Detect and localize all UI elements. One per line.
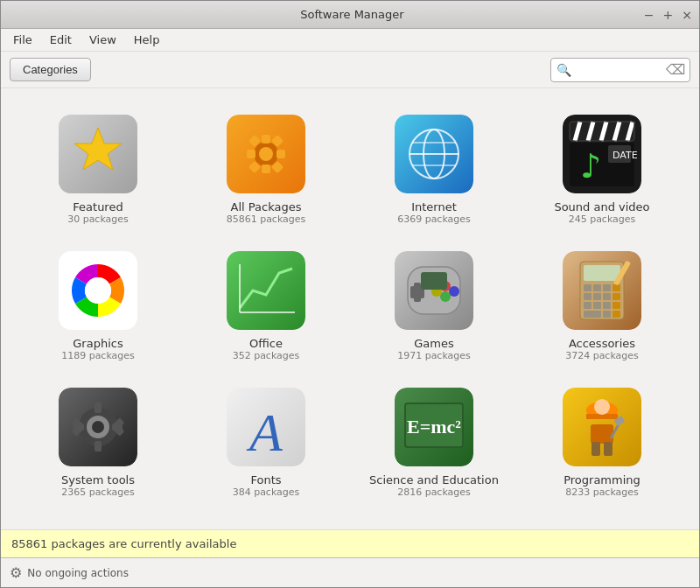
bottom-gear-icon: ⚙ bbox=[10, 564, 22, 581]
search-icon: 🔍 bbox=[556, 63, 571, 77]
category-soundvideo[interactable]: ♪ DATE Sound and video 245 packages bbox=[522, 106, 682, 234]
svg-rect-8 bbox=[247, 150, 256, 158]
svg-rect-44 bbox=[421, 272, 447, 290]
accessories-icon bbox=[563, 251, 641, 330]
accessories-count: 3724 packages bbox=[565, 350, 639, 361]
minimize-button[interactable]: − bbox=[644, 8, 654, 22]
svg-rect-5 bbox=[262, 135, 270, 144]
svg-rect-47 bbox=[584, 265, 620, 281]
svg-rect-69 bbox=[94, 441, 102, 452]
games-count: 1971 packages bbox=[397, 350, 471, 361]
svg-rect-7 bbox=[276, 150, 285, 158]
featured-count: 30 packages bbox=[67, 214, 129, 225]
programming-count: 8233 packages bbox=[565, 486, 639, 498]
search-clear-icon[interactable]: ⌫ bbox=[666, 61, 686, 78]
soundvideo-name: Sound and video bbox=[554, 200, 649, 214]
svg-rect-58 bbox=[603, 302, 611, 309]
fonts-name: Fonts bbox=[250, 473, 281, 486]
svg-rect-56 bbox=[584, 302, 592, 309]
svg-point-41 bbox=[449, 286, 459, 297]
office-count: 352 packages bbox=[233, 350, 300, 361]
menu-help[interactable]: Help bbox=[127, 32, 167, 48]
svg-point-42 bbox=[440, 291, 451, 302]
category-fonts[interactable]: A Fonts 384 packages bbox=[186, 379, 346, 507]
category-featured[interactable]: Featured 30 packages bbox=[18, 106, 178, 234]
graphics-count: 1189 packages bbox=[61, 350, 135, 361]
menu-view[interactable]: View bbox=[82, 32, 123, 48]
allpackages-icon bbox=[227, 115, 305, 193]
category-programming[interactable]: Programming 8233 packages bbox=[522, 379, 682, 507]
menu-edit[interactable]: Edit bbox=[43, 32, 79, 48]
svg-rect-52 bbox=[584, 293, 592, 300]
category-allpackages[interactable]: All Packages 85861 packages bbox=[186, 106, 346, 234]
fonts-icon: A bbox=[227, 388, 305, 466]
svg-rect-48 bbox=[584, 284, 592, 291]
svg-rect-50 bbox=[603, 284, 611, 291]
menu-bar: File Edit View Help bbox=[1, 29, 699, 52]
office-icon bbox=[227, 251, 305, 330]
svg-rect-57 bbox=[593, 302, 601, 309]
graphics-icon bbox=[59, 251, 137, 330]
svg-point-32 bbox=[85, 277, 111, 304]
programming-icon bbox=[563, 388, 641, 466]
svg-text:♪: ♪ bbox=[580, 147, 601, 186]
svg-rect-62 bbox=[612, 311, 620, 318]
category-accessories[interactable]: Accessories 3724 packages bbox=[522, 242, 682, 370]
svg-point-67 bbox=[92, 421, 104, 433]
svg-rect-87 bbox=[604, 442, 612, 456]
category-graphics[interactable]: Graphics 1189 packages bbox=[18, 242, 178, 370]
games-icon bbox=[395, 251, 473, 330]
svg-point-4 bbox=[259, 147, 273, 161]
systemtools-name: System tools bbox=[61, 473, 135, 486]
systemtools-count: 2365 packages bbox=[61, 486, 135, 498]
menu-file[interactable]: File bbox=[6, 32, 39, 48]
svg-rect-51 bbox=[612, 284, 620, 291]
title-bar: Software Manager − + × bbox=[1, 1, 699, 29]
bottom-bar: ⚙ No ongoing actions bbox=[1, 557, 699, 587]
close-button[interactable]: × bbox=[682, 8, 692, 22]
games-name: Games bbox=[414, 337, 453, 350]
featured-icon bbox=[59, 115, 137, 193]
featured-name: Featured bbox=[73, 200, 122, 214]
maximize-button[interactable]: + bbox=[663, 8, 674, 22]
search-input[interactable] bbox=[575, 63, 662, 76]
internet-count: 6369 packages bbox=[397, 214, 471, 225]
category-games[interactable]: Games 1971 packages bbox=[354, 242, 514, 370]
soundvideo-count: 245 packages bbox=[569, 214, 636, 225]
internet-name: Internet bbox=[411, 200, 457, 214]
svg-rect-68 bbox=[94, 402, 102, 413]
svg-rect-53 bbox=[593, 293, 601, 300]
allpackages-name: All Packages bbox=[231, 200, 302, 214]
category-scienceedu[interactable]: E=mc² Science and Education 2816 package… bbox=[354, 379, 514, 507]
svg-rect-86 bbox=[592, 442, 600, 456]
systemtools-icon bbox=[59, 388, 137, 466]
svg-rect-60 bbox=[584, 311, 601, 318]
allpackages-count: 85861 packages bbox=[227, 214, 306, 225]
scienceedu-icon: E=mc² bbox=[395, 388, 473, 466]
content-area: Featured 30 packages bbox=[1, 88, 699, 529]
window-title: Software Manager bbox=[60, 8, 644, 21]
categories-button[interactable]: Categories bbox=[10, 58, 91, 81]
svg-rect-55 bbox=[612, 293, 620, 300]
category-office[interactable]: Office 352 packages bbox=[186, 242, 346, 370]
svg-text:E=mc²: E=mc² bbox=[407, 416, 461, 438]
scienceedu-count: 2816 packages bbox=[397, 486, 471, 498]
soundvideo-icon: ♪ DATE bbox=[563, 115, 641, 193]
accessories-name: Accessories bbox=[569, 337, 635, 350]
search-bar: 🔍 ⌫ bbox=[550, 58, 690, 82]
fonts-count: 384 packages bbox=[233, 486, 300, 498]
graphics-name: Graphics bbox=[73, 337, 122, 350]
svg-rect-49 bbox=[593, 284, 601, 291]
main-window: Software Manager − + × File Edit View He… bbox=[0, 0, 700, 588]
internet-icon bbox=[395, 115, 473, 193]
status-text: 85861 packages are currently available bbox=[11, 537, 236, 550]
programming-name: Programming bbox=[564, 473, 640, 486]
bottom-status-text: No ongoing actions bbox=[27, 567, 129, 579]
scienceedu-name: Science and Education bbox=[369, 473, 499, 486]
svg-rect-6 bbox=[262, 164, 270, 173]
svg-rect-33 bbox=[227, 251, 305, 330]
svg-rect-85 bbox=[591, 424, 613, 444]
category-systemtools[interactable]: System tools 2365 packages bbox=[18, 379, 178, 507]
status-bar: 85861 packages are currently available bbox=[1, 529, 699, 557]
category-internet[interactable]: Internet 6369 packages bbox=[354, 106, 514, 234]
